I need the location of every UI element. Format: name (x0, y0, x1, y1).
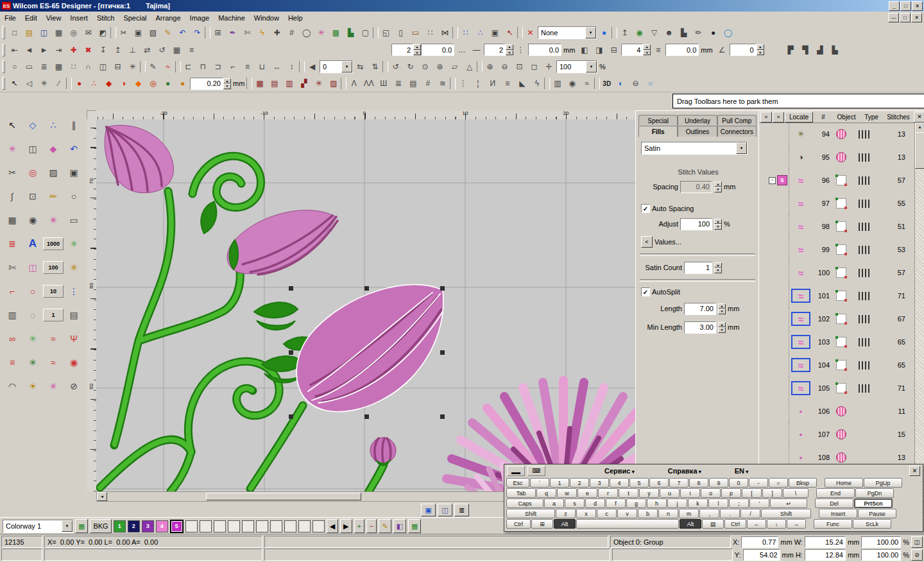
undo-sm-tool[interactable]: ↶ (65, 141, 82, 157)
scrollbar-thumb[interactable] (206, 493, 361, 500)
zoom-in-icon[interactable]: ⊕ (483, 60, 497, 73)
cut2-tool[interactable]: ✄ (4, 260, 21, 275)
menu-item[interactable]: Insert (65, 13, 92, 23)
keyboard-key[interactable]: ; (729, 498, 749, 508)
color-chip[interactable] (284, 520, 296, 532)
adjust-field[interactable]: 100 (680, 218, 712, 230)
close-button[interactable]: ✕ (912, 1, 923, 11)
user-icon[interactable]: ☻ (662, 26, 676, 39)
locate-button[interactable]: Locate (785, 112, 813, 123)
keyboard-key[interactable]: s (565, 498, 585, 508)
object-row[interactable]: 107 15 (759, 423, 915, 446)
pull-comp-field[interactable]: 0.20 (190, 78, 223, 90)
align-top-icon[interactable]: ⌐ (225, 60, 240, 73)
auto-spacing-checkbox[interactable] (641, 204, 650, 213)
digitize-run-icon[interactable]: ∴ (87, 77, 101, 90)
rotate-ccw-icon[interactable]: ↺ (388, 60, 403, 73)
toolbar-icon[interactable] (544, 78, 550, 89)
min-length-spinner[interactable] (718, 322, 726, 333)
nudge-combobox[interactable]: 0 (320, 60, 353, 73)
offset-c-icon[interactable]: ⊟ (606, 44, 621, 56)
angle-spinner[interactable] (757, 44, 764, 55)
undo-icon[interactable]: ↶ (175, 26, 190, 39)
crayon-tool[interactable]: ✏ (45, 189, 62, 204)
satin-count-field[interactable]: 1 (684, 262, 712, 274)
nudge-left-icon[interactable]: ◀ (305, 60, 320, 73)
toolbar-icon[interactable] (452, 27, 458, 38)
properties-tab[interactable]: Fills (638, 126, 678, 137)
keyboard-key[interactable]: ScLk (853, 519, 891, 529)
wave-edit-icon[interactable]: ≈ (160, 60, 175, 73)
count-c-field[interactable]: 4 (621, 44, 643, 56)
hoop-icon[interactable]: ◯ (299, 26, 314, 39)
value-b-field[interactable]: 0.0 (528, 44, 561, 56)
colors-tool[interactable]: ✳ (45, 212, 62, 228)
count-b-spinner[interactable] (506, 44, 513, 55)
keyboard-key[interactable]: 6 (649, 478, 669, 488)
penetration-icon[interactable]: ⊥ (125, 44, 140, 56)
keyboard-key[interactable]: Ctrl (506, 519, 531, 529)
autosplit-checkbox[interactable] (641, 287, 650, 296)
keyboard-key[interactable]: Insert (819, 509, 857, 518)
keyboard-key[interactable]: Home (825, 478, 863, 488)
zoom-out-icon[interactable]: ⊖ (497, 60, 512, 73)
zoom-combobox[interactable]: 100 (556, 60, 597, 73)
stem-stitch-icon[interactable]: ϟ (529, 77, 544, 90)
toolbar-icon[interactable] (373, 27, 379, 38)
black-circle-icon[interactable]: ● (706, 26, 721, 39)
rain-tool[interactable]: ⋮ (65, 284, 82, 299)
needle-up2-icon[interactable]: ↥ (110, 44, 125, 56)
scale-y-field[interactable]: 100.00 (861, 549, 901, 561)
keyboard-key[interactable]: - (749, 478, 768, 488)
keyboard-key[interactable]: 7 (669, 478, 689, 488)
mesh-icon[interactable]: ▦ (169, 44, 184, 56)
globe-icon[interactable]: ◐ (613, 77, 628, 90)
delete-stitch-icon[interactable]: ✖ (81, 44, 96, 56)
paste-icon[interactable]: ▧ (146, 26, 160, 39)
motif-fill-icon[interactable]: ▨ (326, 77, 341, 90)
adjust-spinner[interactable] (714, 219, 722, 230)
keyboard-key[interactable]: Del (815, 498, 853, 508)
preset-100[interactable]: 100 (43, 261, 64, 274)
arc-tool[interactable]: ◠ (4, 379, 21, 394)
rotate-cw-icon[interactable]: ↻ (403, 60, 418, 73)
values-button[interactable]: Values... (654, 238, 681, 246)
keyboard-menu[interactable]: Сервис (604, 467, 635, 475)
scissors-tool[interactable]: ✂ (4, 165, 21, 180)
menu-item[interactable]: Special (119, 13, 151, 23)
free-rotate-icon[interactable]: ⊛ (432, 60, 447, 73)
space-h-icon[interactable]: ↔ (270, 60, 284, 73)
pan-icon[interactable]: ✛ (542, 60, 556, 73)
keyboard-key[interactable]: \ (783, 488, 809, 498)
preset-10[interactable]: 10 (43, 285, 64, 298)
menu-item[interactable]: View (42, 13, 66, 23)
hook-tool[interactable]: ⌐ (4, 284, 21, 299)
keyboard-key[interactable]: r (598, 488, 618, 498)
prev-stitch-icon[interactable]: ◄ (22, 44, 37, 56)
satin-columns-icon[interactable]: ≣ (37, 60, 51, 73)
outline-edit-icon[interactable]: ✎ (146, 60, 160, 73)
object-row[interactable]: 94 13 (759, 123, 915, 146)
scale-tool[interactable]: ∴ (45, 117, 62, 133)
x-field[interactable]: 0.77 (741, 536, 778, 548)
next-color-icon[interactable]: ▶ (340, 519, 352, 533)
color-chip[interactable]: 2 (128, 520, 140, 532)
group-icon[interactable]: ∷ (458, 26, 473, 39)
keyboard-key[interactable]: Ctrl (724, 519, 746, 529)
circle-tool[interactable]: ○ (24, 284, 41, 299)
keyboard-key[interactable]: 9 (709, 478, 728, 488)
new-icon[interactable]: □ (7, 26, 22, 39)
cross-stitch-icon[interactable]: # (420, 77, 435, 90)
object-row[interactable]: − 5 96 57 (759, 169, 915, 192)
keyboard-key[interactable]: PgDn (855, 488, 894, 498)
keyboard-key[interactable]: g (626, 498, 646, 508)
sun-tool[interactable]: ☀ (24, 379, 41, 394)
export-machine-icon[interactable]: ◩ (96, 26, 110, 39)
toolbar-icon[interactable] (594, 78, 600, 89)
stats-icon[interactable]: ▙ (676, 26, 691, 39)
digitize-ring-icon[interactable]: ◎ (146, 77, 160, 90)
delete-icon[interactable]: ✕ (523, 26, 538, 39)
notes-icon[interactable]: ≣ (454, 504, 469, 516)
keyboard-key[interactable]: 2 (570, 478, 589, 488)
pull-comp-spinner[interactable] (223, 78, 231, 89)
